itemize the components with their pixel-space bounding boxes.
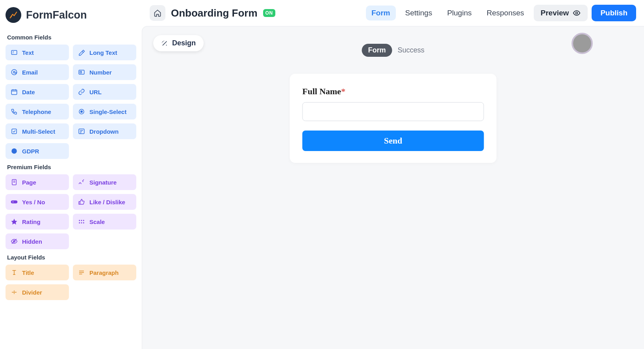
field-title[interactable]: Title	[6, 265, 69, 280]
svg-point-13	[12, 201, 14, 203]
field-number[interactable]: Number	[73, 64, 136, 80]
field-text[interactable]: Text	[6, 45, 69, 60]
main: Onboarding Form ON Form Settings Plugins…	[142, 0, 644, 349]
scale-icon	[78, 218, 85, 226]
field-yes-no[interactable]: Yes / No	[6, 194, 69, 210]
canvas: Design Form Success Full Name* Send	[142, 26, 644, 349]
design-button[interactable]: Design	[153, 35, 204, 51]
falcon-icon	[6, 7, 21, 23]
section-common-title: Common Fields	[7, 34, 136, 41]
submit-button[interactable]: Send	[303, 131, 484, 151]
svg-point-16	[83, 220, 84, 221]
field-hidden[interactable]: Hidden	[6, 233, 69, 249]
svg-point-14	[79, 220, 80, 221]
eye-off-icon	[10, 237, 18, 245]
section-layout-title: Layout Fields	[7, 254, 136, 261]
field-signature[interactable]: Signature	[73, 174, 136, 190]
thumbs-up-icon	[78, 198, 85, 206]
field-email[interactable]: Email	[6, 64, 69, 80]
svg-rect-4	[80, 71, 82, 73]
toggle-icon	[10, 198, 18, 206]
text-icon	[10, 49, 18, 56]
publish-button[interactable]: Publish	[592, 5, 636, 21]
app-logo[interactable]: FormFalcon	[6, 6, 136, 29]
home-icon	[154, 9, 161, 17]
field-telephone[interactable]: Telephone	[6, 104, 69, 119]
field-divider[interactable]: Divider	[6, 284, 69, 300]
status-badge: ON	[263, 9, 275, 17]
view-tab-success[interactable]: Success	[397, 46, 424, 54]
magic-wand-icon	[161, 40, 168, 47]
preview-button[interactable]: Preview	[534, 5, 588, 21]
field-page[interactable]: Page	[6, 174, 69, 190]
number-icon	[78, 68, 85, 76]
calendar-icon	[10, 88, 18, 96]
field-paragraph[interactable]: Paragraph	[73, 265, 136, 280]
tab-responses[interactable]: Responses	[481, 6, 529, 21]
eye-icon	[573, 9, 581, 17]
svg-rect-8	[12, 129, 17, 134]
svg-rect-0	[11, 50, 17, 55]
phone-icon	[10, 108, 18, 116]
svg-point-18	[81, 222, 82, 224]
svg-point-15	[81, 220, 82, 221]
field-url[interactable]: URL	[73, 84, 136, 100]
svg-point-17	[79, 222, 80, 224]
gdpr-icon	[10, 147, 18, 155]
signature-icon	[78, 178, 85, 186]
sidebar: FormFalcon Common Fields Text Long Text …	[0, 0, 142, 349]
email-icon	[10, 68, 18, 76]
full-name-input[interactable]	[303, 102, 484, 121]
loading-indicator	[572, 33, 593, 54]
title-icon	[10, 269, 18, 276]
field-rating[interactable]: Rating	[6, 214, 69, 230]
field-multi-select[interactable]: Multi-Select	[6, 123, 69, 139]
field-single-select[interactable]: Single-Select	[73, 104, 136, 119]
field-like-dislike[interactable]: Like / Dislike	[73, 194, 136, 210]
link-icon	[78, 88, 85, 96]
star-icon	[10, 218, 18, 226]
field-scale[interactable]: Scale	[73, 214, 136, 230]
svg-rect-5	[11, 90, 17, 95]
view-tab-form[interactable]: Form	[362, 44, 392, 57]
app-name: FormFalcon	[26, 9, 87, 21]
paragraph-icon	[78, 269, 85, 276]
topbar: Onboarding Form ON Form Settings Plugins…	[142, 0, 644, 26]
page-icon	[10, 178, 18, 186]
tab-form[interactable]: Form	[366, 6, 396, 21]
svg-point-10	[11, 148, 17, 154]
dropdown-icon	[78, 127, 85, 135]
svg-point-21	[576, 12, 578, 14]
form-card[interactable]: Full Name* Send	[290, 74, 497, 163]
tab-plugins[interactable]: Plugins	[442, 6, 477, 21]
radio-icon	[78, 108, 85, 116]
home-button[interactable]	[150, 5, 165, 21]
tab-settings[interactable]: Settings	[400, 6, 438, 21]
field-label: Full Name*	[303, 86, 484, 97]
field-dropdown[interactable]: Dropdown	[73, 123, 136, 139]
svg-point-7	[81, 111, 83, 113]
long-text-icon	[78, 49, 85, 56]
svg-point-19	[83, 222, 84, 224]
section-premium-title: Premium Fields	[7, 164, 136, 170]
field-gdpr[interactable]: GDPR	[6, 143, 69, 159]
page-title: Onboarding Form	[171, 7, 258, 19]
view-tabs: Form Success	[362, 44, 424, 57]
field-date[interactable]: Date	[6, 84, 69, 100]
field-long-text[interactable]: Long Text	[73, 45, 136, 60]
divider-icon	[10, 288, 18, 296]
checkbox-icon	[10, 127, 18, 135]
